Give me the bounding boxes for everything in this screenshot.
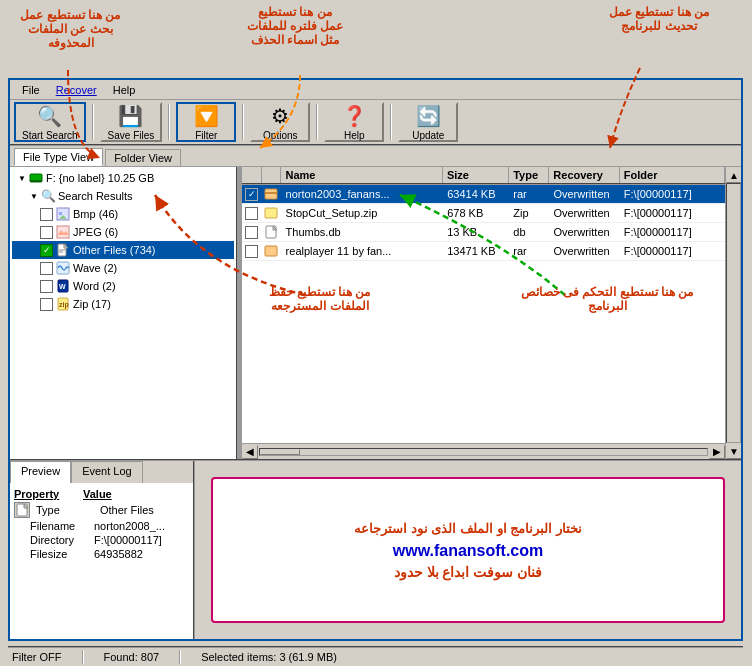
prop-filename-val: norton2008_...	[94, 520, 165, 532]
annotation-top-mid: من هنا تستطيععمل فلتره للملفاتمثل اسماء …	[230, 5, 360, 47]
tab-preview[interactable]: Preview	[10, 461, 71, 483]
svg-rect-1	[30, 180, 42, 182]
info-box-line2: فنان سوفت ابداع بلا حدود	[394, 564, 543, 580]
svg-rect-3	[59, 212, 62, 215]
cb-zip[interactable]	[40, 298, 53, 311]
file-name-4: realplayer 11 by fan...	[282, 244, 444, 258]
view-tabs: File Type View Folder View	[10, 146, 741, 166]
help-button[interactable]: ❓ Help	[324, 102, 384, 142]
options-label: Options	[263, 130, 297, 141]
prop-directory-val: F:\[00000117]	[94, 534, 162, 546]
col-recovery[interactable]: Recovery	[549, 167, 620, 183]
update-label: Update	[412, 130, 444, 141]
info-box-container: نختار البرنامج او الملف الذى نود استرجاع…	[195, 461, 741, 639]
cb-wave[interactable]	[40, 262, 53, 275]
tab-file-type-view[interactable]: File Type View	[14, 148, 103, 166]
horizontal-scrollbar[interactable]: ◀ ▶	[242, 443, 725, 459]
scroll-left-button[interactable]: ◀	[242, 445, 258, 459]
help-label: Help	[344, 130, 365, 141]
save-files-label: Save Files	[108, 130, 155, 141]
wave-label: Wave (2)	[73, 262, 117, 274]
file-type-3: db	[509, 225, 549, 239]
file-recovery-3: Overwritten	[549, 225, 619, 239]
info-box-line1: نختار البرنامج او الملف الذى نود استرجاع…	[354, 521, 582, 536]
svg-text:W: W	[59, 283, 66, 290]
options-button[interactable]: ⚙ Options	[250, 102, 310, 142]
tree-bmp[interactable]: Bmp (46)	[12, 205, 234, 223]
menu-file[interactable]: File	[14, 82, 48, 98]
file-row[interactable]: Thumbs.db 13 KB db Overwritten F:\[00000…	[242, 223, 725, 242]
other-files-icon	[55, 242, 71, 258]
file-name-1: norton2003_fanans...	[282, 187, 444, 201]
file-row[interactable]: ✓ norton2003_fanans... 63414 KB rar Over…	[242, 185, 725, 204]
update-icon: 🔄	[416, 104, 441, 128]
scroll-down-button[interactable]: ▼	[726, 443, 741, 459]
svg-text:zip: zip	[59, 301, 69, 309]
scroll-up-button[interactable]: ▲	[726, 167, 741, 183]
update-button[interactable]: 🔄 Update	[398, 102, 458, 142]
prop-filesize-row: Filesize 64935882	[14, 547, 189, 561]
scroll-right-button[interactable]: ▶	[709, 445, 725, 459]
prop-filename-key: Filename	[30, 520, 90, 532]
start-search-button[interactable]: 🔍 Start Search	[14, 102, 86, 142]
file-recovery-2: Overwritten	[549, 206, 619, 220]
col-name[interactable]: Name	[281, 167, 442, 183]
menu-recover[interactable]: Recover	[48, 82, 105, 98]
tree-arrow-search[interactable]: ▼	[28, 190, 40, 202]
filter-button[interactable]: 🔽 Filter	[176, 102, 236, 142]
prop-type-icon	[14, 502, 30, 518]
file-name-3: Thumbs.db	[282, 225, 444, 239]
tree-other-files[interactable]: ✓ Other Files (734)	[12, 241, 234, 259]
prop-filesize-key: Filesize	[30, 548, 90, 560]
other-files-label: Other Files (734)	[73, 244, 156, 256]
col-size[interactable]: Size	[443, 167, 509, 183]
scroll-thumb[interactable]	[260, 449, 300, 455]
tab-event-log[interactable]: Event Log	[71, 461, 143, 483]
file-type-2: Zip	[509, 206, 549, 220]
cb-other[interactable]: ✓	[40, 244, 53, 257]
save-files-icon: 💾	[118, 104, 143, 128]
info-box-url: www.fanansoft.com	[393, 542, 544, 560]
word-icon: W	[55, 278, 71, 294]
status-sep-1	[82, 650, 84, 664]
tree-zip[interactable]: zip Zip (17)	[12, 295, 234, 313]
svg-rect-17	[265, 208, 277, 218]
svg-rect-19	[265, 246, 277, 256]
file-recovery-1: Overwritten	[549, 187, 619, 201]
col-type[interactable]: Type	[509, 167, 549, 183]
svg-rect-16	[265, 192, 277, 194]
vertical-scrollbar[interactable]: ▲ ▼	[725, 167, 741, 459]
col-folder[interactable]: Folder	[620, 167, 725, 183]
tree-wave[interactable]: Wave (2)	[12, 259, 234, 277]
status-sep-2	[179, 650, 181, 664]
search-results-icon: 🔍	[40, 188, 56, 204]
file-size-2: 678 KB	[443, 206, 509, 220]
vscroll-track[interactable]	[726, 183, 741, 443]
file-row[interactable]: StopCut_Setup.zip 678 KB Zip Overwritten…	[242, 204, 725, 223]
toolbar-sep-2	[168, 104, 170, 140]
cb-word[interactable]	[40, 280, 53, 293]
main-window: File Recover Help 🔍 Start Search 💾 Save …	[8, 78, 743, 641]
tree-arrow-drive[interactable]: ▼	[16, 172, 28, 184]
scroll-track[interactable]	[259, 448, 708, 456]
tree-search-results[interactable]: ▼ 🔍 Search Results	[12, 187, 234, 205]
bmp-icon	[55, 206, 71, 222]
tree-jpeg[interactable]: JPEG (6)	[12, 223, 234, 241]
toolbar: 🔍 Start Search 💾 Save Files 🔽 Filter ⚙ O…	[10, 100, 741, 146]
tree-drive[interactable]: ▼ F: {no label} 10.25 GB	[12, 169, 234, 187]
tab-folder-view[interactable]: Folder View	[105, 149, 181, 166]
save-files-button[interactable]: 💾 Save Files	[100, 102, 163, 142]
jpeg-label: JPEG (6)	[73, 226, 118, 238]
menu-help[interactable]: Help	[105, 82, 144, 98]
prop-header-row: Property Value	[14, 487, 189, 501]
prop-directory-row: Directory F:\[00000117]	[14, 533, 189, 547]
toolbar-sep-4	[316, 104, 318, 140]
preview-tabs: Preview Event Log	[10, 461, 193, 483]
prop-filesize-val: 64935882	[94, 548, 143, 560]
cb-bmp[interactable]	[40, 208, 53, 221]
cb-jpeg[interactable]	[40, 226, 53, 239]
file-row[interactable]: realplayer 11 by fan... 13471 KB rar Ove…	[242, 242, 725, 261]
tree-word[interactable]: W Word (2)	[12, 277, 234, 295]
start-search-label: Start Search	[22, 130, 78, 141]
word-label: Word (2)	[73, 280, 116, 292]
